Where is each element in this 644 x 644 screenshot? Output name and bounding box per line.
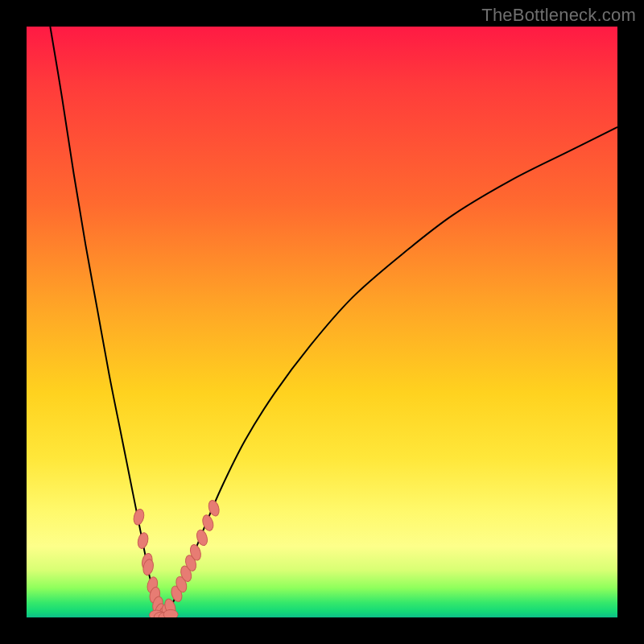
plot-area [27,27,617,617]
watermark-text: TheBottleneck.com [481,5,636,26]
curve-layer [27,27,617,617]
right-curve [163,127,617,617]
chart-frame: TheBottleneck.com [0,0,644,644]
marker-point [163,609,178,617]
marker-point [132,508,145,526]
marker-point [136,531,149,549]
left-curve [50,27,162,617]
data-markers [132,499,221,617]
